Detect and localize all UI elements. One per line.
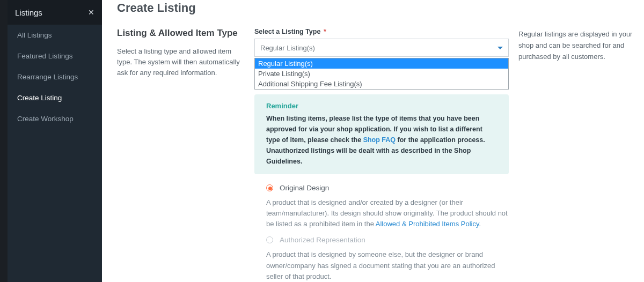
reminder-title: Reminder — [266, 102, 497, 110]
reminder-box: Reminder When listing items, please list… — [254, 94, 509, 174]
dropdown-option-shipping-fee[interactable]: Additional Shipping Fee Listing(s) — [255, 79, 508, 89]
dropdown-option-regular[interactable]: Regular Listing(s) — [255, 58, 508, 69]
listing-type-help-text: Regular listings are displayed in your s… — [518, 29, 633, 62]
form-columns: Listing & Allowed Item Type Select a lis… — [117, 28, 633, 282]
icon-rail — [0, 0, 8, 282]
sidebar-item-all-listings[interactable]: All Listings — [8, 25, 102, 46]
sidebar-item-label: Featured Listings — [17, 52, 73, 60]
policy-link[interactable]: Allowed & Prohibited Items Policy — [376, 220, 479, 228]
listing-type-label-text: Select a Listing Type — [254, 28, 320, 35]
sidebar-item-featured-listings[interactable]: Featured Listings — [8, 46, 102, 66]
section-info-column: Listing & Allowed Item Type Select a lis… — [117, 28, 245, 282]
sidebar-item-rearrange-listings[interactable]: Rearrange Listings — [8, 66, 102, 87]
radio-row-authorized[interactable]: Authorized Representation — [266, 236, 509, 244]
sidebar-title: Listings — [15, 8, 42, 17]
content: Create Listing Listing & Allowed Item Ty… — [102, 0, 644, 282]
sidebar-item-create-workshop[interactable]: Create Workshop — [8, 108, 102, 129]
page-title: Create Listing — [117, 1, 633, 15]
radio-label: Original Design — [280, 184, 329, 192]
form-center-column: Select a Listing Type * Regular Listing(… — [254, 28, 509, 282]
listing-type-label: Select a Listing Type * — [254, 28, 509, 35]
item-type-original: Original Design A product that is design… — [266, 184, 509, 229]
dropdown-option-private[interactable]: Private Listing(s) — [255, 69, 508, 79]
listing-type-select[interactable]: Regular Listing(s) — [254, 39, 509, 57]
shop-faq-link[interactable]: Shop FAQ — [363, 136, 396, 144]
radio-desc: A product that is designed by someone el… — [266, 249, 509, 281]
sidebar-item-label: All Listings — [17, 31, 52, 39]
sidebar-item-create-listing[interactable]: Create Listing — [8, 87, 102, 108]
section-heading: Listing & Allowed Item Type — [117, 28, 245, 39]
sidebar: Listings ✕ All Listings Featured Listing… — [8, 0, 102, 282]
reminder-body: When listing items, please list the type… — [266, 113, 497, 167]
listing-type-dropdown: Regular Listing(s) Private Listing(s) Ad… — [254, 58, 509, 90]
close-icon[interactable]: ✕ — [88, 8, 94, 17]
radio-icon — [266, 184, 273, 191]
radio-label: Authorized Representation — [280, 236, 365, 244]
section-desc: Select a listing type and allowed item t… — [117, 46, 245, 78]
radio-desc: A product that is designed and/or create… — [266, 197, 509, 229]
listing-type-selected: Regular Listing(s) — [260, 44, 315, 52]
sidebar-item-label: Rearrange Listings — [17, 73, 78, 81]
chevron-down-icon — [497, 47, 503, 49]
sidebar-item-label: Create Workshop — [17, 115, 74, 123]
radio-row-original[interactable]: Original Design — [266, 184, 509, 192]
right-column: Regular listings are displayed in your s… — [518, 28, 633, 282]
sidebar-item-label: Create Listing — [17, 94, 62, 102]
item-type-authorized: Authorized Representation A product that… — [266, 236, 509, 281]
original-desc-post: . — [479, 220, 481, 228]
sidebar-header: Listings ✕ — [8, 0, 102, 25]
radio-icon — [266, 236, 273, 243]
required-asterisk: * — [324, 28, 326, 35]
